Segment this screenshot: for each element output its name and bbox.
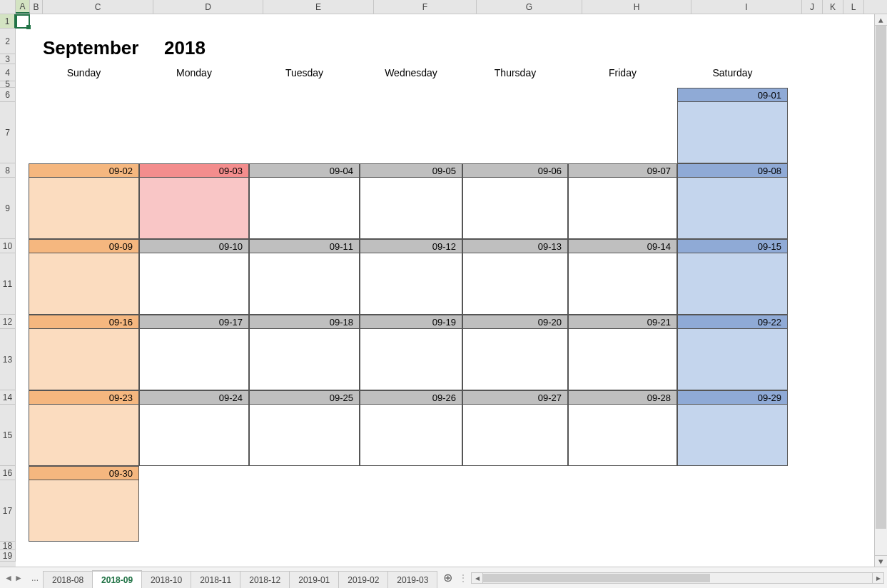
day-head-09-17[interactable]: 09-17: [139, 315, 249, 329]
day-body-09-20[interactable]: [462, 329, 568, 390]
day-head-09-25[interactable]: 09-25: [249, 390, 360, 405]
column-header-C[interactable]: C: [43, 0, 153, 14]
horizontal-scrollbar[interactable]: ◂ ▸: [468, 567, 887, 588]
day-head-09-28[interactable]: 09-28: [568, 390, 677, 405]
day-head-09-30[interactable]: 09-30: [29, 466, 139, 480]
row-header-8[interactable]: 8: [0, 163, 16, 178]
tab-overflow-ellipsis[interactable]: ...: [27, 567, 43, 588]
row-header-17[interactable]: 17: [0, 480, 16, 542]
scroll-up-icon[interactable]: ▴: [875, 14, 887, 26]
column-header-F[interactable]: F: [374, 0, 477, 14]
vscroll-track[interactable]: [875, 26, 887, 555]
day-head-09-22[interactable]: 09-22: [677, 315, 788, 329]
tab-prev-icon[interactable]: ◄: [4, 574, 13, 582]
column-header-G[interactable]: G: [477, 0, 582, 14]
day-head-09-07[interactable]: 09-07: [568, 163, 677, 178]
new-sheet-button[interactable]: ⊕: [437, 567, 458, 588]
day-head-09-03[interactable]: 09-03: [139, 163, 249, 178]
row-header-11[interactable]: 11: [0, 253, 16, 315]
row-header-2[interactable]: 2: [0, 29, 16, 54]
day-head-09-06[interactable]: 09-06: [462, 163, 568, 178]
row-header-1[interactable]: 1: [0, 14, 16, 29]
day-head-09-09[interactable]: 09-09: [29, 239, 139, 253]
day-body-09-18[interactable]: [249, 329, 360, 390]
row-header-13[interactable]: 13: [0, 329, 16, 390]
row-header-7[interactable]: 7: [0, 102, 16, 163]
day-body-09-22[interactable]: [677, 329, 788, 390]
day-head-09-04[interactable]: 09-04: [249, 163, 360, 178]
day-body-09-27[interactable]: [462, 405, 568, 466]
row-header-15[interactable]: 15: [0, 405, 16, 466]
day-head-09-15[interactable]: 09-15: [677, 239, 788, 253]
scroll-right-icon[interactable]: ▸: [872, 573, 883, 583]
day-body-09-10[interactable]: [139, 253, 249, 315]
day-head-09-19[interactable]: 09-19: [360, 315, 462, 329]
day-body-09-03[interactable]: [139, 178, 249, 239]
day-body-09-17[interactable]: [139, 329, 249, 390]
day-head-09-05[interactable]: 09-05: [360, 163, 462, 178]
sheet-tab-2018-10[interactable]: 2018-10: [141, 571, 191, 588]
day-head-09-10[interactable]: 09-10: [139, 239, 249, 253]
sheet-tab-2019-03[interactable]: 2019-03: [387, 571, 437, 588]
day-body-09-29[interactable]: [677, 405, 788, 466]
sheet-tab-2019-02[interactable]: 2019-02: [338, 571, 388, 588]
day-body-09-06[interactable]: [462, 178, 568, 239]
day-body-09-23[interactable]: [29, 405, 139, 466]
sheet-tab-2018-08[interactable]: 2018-08: [43, 571, 93, 588]
column-header-K[interactable]: K: [823, 0, 843, 14]
sheet-tab-2018-11[interactable]: 2018-11: [191, 571, 240, 588]
day-head-09-11[interactable]: 09-11: [249, 239, 360, 253]
day-body-09-12[interactable]: [360, 253, 462, 315]
cells-area[interactable]: September 2018 SundayMondayTuesdayWednes…: [16, 14, 874, 567]
column-header-B[interactable]: B: [30, 0, 43, 14]
day-body-09-09[interactable]: [29, 253, 139, 315]
row-header-3[interactable]: 3: [0, 54, 16, 64]
column-header-J[interactable]: J: [802, 0, 823, 14]
day-body-09-26[interactable]: [360, 405, 462, 466]
column-header-A[interactable]: A: [16, 0, 30, 14]
day-head-09-21[interactable]: 09-21: [568, 315, 677, 329]
row-header-6[interactable]: 6: [0, 88, 16, 102]
hscroll-thumb[interactable]: [483, 574, 709, 582]
column-header-I[interactable]: I: [691, 0, 802, 14]
vertical-scrollbar[interactable]: ▴ ▾: [874, 14, 887, 567]
day-body-09-07[interactable]: [568, 178, 677, 239]
day-head-09-27[interactable]: 09-27: [462, 390, 568, 405]
day-head-09-02[interactable]: 09-02: [29, 163, 139, 178]
row-header-16[interactable]: 16: [0, 466, 16, 480]
row-header-14[interactable]: 14: [0, 390, 16, 405]
column-header-L[interactable]: L: [843, 0, 864, 14]
day-head-09-12[interactable]: 09-12: [360, 239, 462, 253]
day-head-09-08[interactable]: 09-08: [677, 163, 788, 178]
day-body-09-01[interactable]: [677, 102, 788, 163]
day-body-09-24[interactable]: [139, 405, 249, 466]
day-body-09-25[interactable]: [249, 405, 360, 466]
day-body-09-28[interactable]: [568, 405, 677, 466]
day-body-09-15[interactable]: [677, 253, 788, 315]
day-body-09-30[interactable]: [29, 480, 139, 542]
vscroll-thumb[interactable]: [876, 26, 886, 529]
day-body-09-14[interactable]: [568, 253, 677, 315]
day-head-09-14[interactable]: 09-14: [568, 239, 677, 253]
row-header-5[interactable]: 5: [0, 81, 16, 88]
row-header-18[interactable]: 18: [0, 542, 16, 550]
sheet-tab-2019-01[interactable]: 2019-01: [289, 571, 339, 588]
day-body-09-05[interactable]: [360, 178, 462, 239]
row-header-12[interactable]: 12: [0, 315, 16, 329]
day-body-09-11[interactable]: [249, 253, 360, 315]
day-body-09-16[interactable]: [29, 329, 139, 390]
day-head-09-29[interactable]: 09-29: [677, 390, 788, 405]
day-body-09-19[interactable]: [360, 329, 462, 390]
row-header-9[interactable]: 9: [0, 178, 16, 239]
day-body-09-21[interactable]: [568, 329, 677, 390]
day-head-09-16[interactable]: 09-16: [29, 315, 139, 329]
row-header-10[interactable]: 10: [0, 239, 16, 253]
sheet-tab-2018-09[interactable]: 2018-09: [92, 570, 142, 588]
select-all-corner[interactable]: [0, 0, 16, 14]
day-head-09-20[interactable]: 09-20: [462, 315, 568, 329]
day-head-09-13[interactable]: 09-13: [462, 239, 568, 253]
sheet-tab-2018-12[interactable]: 2018-12: [240, 571, 290, 588]
day-head-09-18[interactable]: 09-18: [249, 315, 360, 329]
day-body-09-04[interactable]: [249, 178, 360, 239]
day-body-09-02[interactable]: [29, 178, 139, 239]
